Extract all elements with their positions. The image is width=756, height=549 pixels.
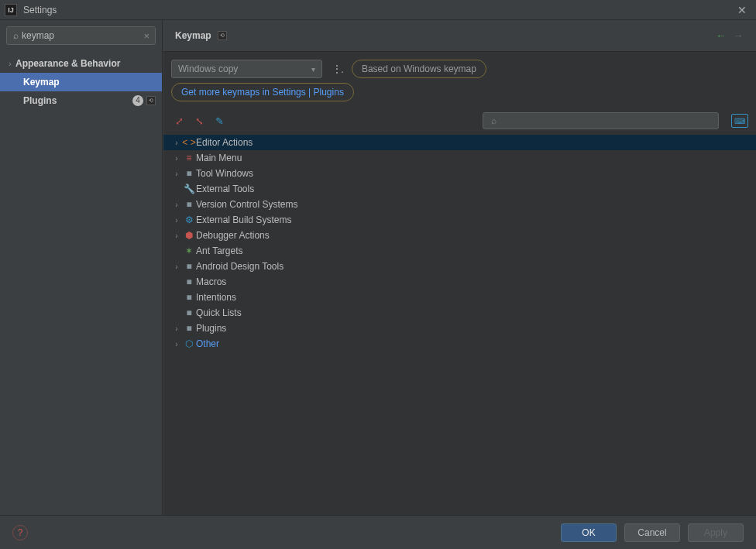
based-on-badge: Based on Windows keymap (352, 60, 486, 78)
content-pane: Keymap ⟲ ← → Windows copy ▾ ⋮. Based on … (163, 20, 756, 515)
chevron-right-icon: › (171, 216, 182, 225)
chevron-right-icon: › (171, 340, 182, 348)
sidebar-item-label: Keymap (23, 77, 156, 87)
tree-row-ant-targets[interactable]: ›✶Ant Targets (163, 243, 756, 259)
tree-row-external-tools[interactable]: ›🔧External Tools (163, 181, 756, 197)
apply-button: Apply (688, 523, 744, 542)
tree-row-label: Editor Actions (196, 137, 253, 148)
tree-row-external-build-systems[interactable]: ›⚙External Build Systems (163, 212, 756, 228)
restart-required-icon: ⟲ (218, 31, 227, 40)
bug-icon: ⬢ (182, 230, 196, 241)
restart-required-icon: ⟲ (146, 96, 156, 105)
chevron-right-icon: › (171, 154, 182, 163)
tree-row-label: Android Design Tools (196, 261, 284, 272)
close-icon[interactable]: ✕ (733, 4, 751, 16)
window-title: Settings (23, 5, 733, 15)
tree-row-label: Version Control Systems (196, 199, 297, 210)
sidebar-item-label: Appearance & Behavior (15, 58, 156, 69)
tree-row-label: Quick Lists (196, 307, 242, 318)
page-title: Keymap (175, 30, 211, 41)
count-badge: 4 (132, 95, 143, 106)
keymap-scheme-combo[interactable]: Windows copy ▾ (171, 60, 322, 78)
edit-shortcut-icon[interactable]: ✎ (211, 113, 227, 129)
sidebar-item-label: Plugins (23, 95, 132, 106)
ant-icon: ✶ (182, 245, 196, 256)
wrench-icon: 🔧 (182, 184, 196, 194)
scheme-actions-icon[interactable]: ⋮. (330, 63, 344, 75)
cancel-button[interactable]: Cancel (624, 523, 680, 542)
tree-row-android-design-tools[interactable]: ›■Android Design Tools (163, 259, 756, 274)
chevron-right-icon: › (171, 170, 182, 178)
folder-icon: ■ (182, 276, 196, 287)
tree-row-label: Plugins (196, 323, 226, 334)
tree-row-other[interactable]: ›⬡Other (163, 336, 756, 352)
sidebar-item-plugins[interactable]: Plugins4⟲ (0, 91, 162, 110)
sidebar: ⌕ × ›Appearance & BehaviorKeymapPlugins4… (0, 20, 163, 515)
tree-row-label: External Tools (196, 184, 254, 194)
tree-row-intentions[interactable]: ›■Intentions (163, 290, 756, 305)
tree-row-label: Ant Targets (196, 245, 242, 256)
settings-nav: ›Appearance & BehaviorKeymapPlugins4⟲ (0, 54, 162, 110)
app-icon: IJ (5, 4, 17, 16)
collapse-all-icon[interactable]: ⤡ (191, 113, 207, 129)
tree-row-label: Other (196, 338, 219, 349)
dialog-footer: ? OK Cancel Apply (0, 515, 756, 549)
tree-row-label: Debugger Actions (196, 230, 270, 241)
tree-row-quick-lists[interactable]: ›■Quick Lists (163, 305, 756, 321)
tree-row-label: Macros (196, 276, 226, 287)
tree-row-plugins[interactable]: ›■Plugins (163, 321, 756, 336)
menu-icon: ≡ (182, 153, 196, 163)
action-search[interactable]: ⌕ (483, 112, 719, 129)
sidebar-item-appearance-behavior[interactable]: ›Appearance & Behavior (0, 54, 162, 73)
folder-icon: ■ (182, 261, 196, 272)
settings-search-input[interactable] (22, 30, 141, 41)
folder-icon: ■ (182, 323, 196, 334)
nav-back-icon[interactable]: ← (716, 29, 727, 42)
chevron-right-icon: › (171, 262, 182, 271)
folder-icon: ■ (182, 199, 196, 210)
sidebar-item-keymap[interactable]: Keymap (0, 73, 162, 91)
tree-row-version-control-systems[interactable]: ›■Version Control Systems (163, 197, 756, 212)
chevron-right-icon: › (5, 60, 15, 68)
folder-icon: ■ (182, 292, 196, 303)
tree-row-label: Tool Windows (196, 168, 253, 179)
expand-all-icon[interactable]: ⤢ (171, 113, 187, 129)
tree-row-label: Intentions (196, 292, 236, 303)
ok-button[interactable]: OK (561, 523, 617, 542)
search-icon: ⌕ (491, 115, 497, 126)
tree-row-main-menu[interactable]: ›≡Main Menu (163, 150, 756, 166)
help-icon[interactable]: ? (12, 525, 28, 540)
chevron-down-icon: ▾ (311, 65, 315, 74)
tree-row-label: Main Menu (196, 153, 242, 163)
find-by-shortcut-icon[interactable]: ⌨ (731, 114, 748, 128)
action-search-input[interactable] (500, 115, 713, 127)
basket-icon: ⬡ (182, 338, 196, 349)
folder-icon: ■ (182, 307, 196, 318)
keymap-scheme-value: Windows copy (178, 63, 238, 74)
tree-row-editor-actions[interactable]: ›< >Editor Actions (163, 135, 756, 150)
chevron-right-icon: › (171, 201, 182, 209)
code-icon: < > (182, 137, 196, 148)
breadcrumb-bar: Keymap ⟲ ← → (163, 20, 756, 51)
get-more-keymaps-link[interactable]: Get more keymaps in Settings | Plugins (171, 83, 354, 101)
tree-row-tool-windows[interactable]: ›■Tool Windows (163, 166, 756, 181)
titlebar: IJ Settings ✕ (0, 0, 756, 20)
nav-forward-icon: → (733, 29, 744, 42)
chevron-right-icon: › (171, 139, 182, 147)
action-tree[interactable]: ›< >Editor Actions›≡Main Menu›■Tool Wind… (163, 133, 756, 515)
search-icon: ⌕ (13, 30, 19, 41)
settings-search[interactable]: ⌕ × (6, 26, 156, 45)
chevron-right-icon: › (171, 232, 182, 240)
chevron-right-icon: › (171, 324, 182, 333)
tree-row-debugger-actions[interactable]: ›⬢Debugger Actions (163, 228, 756, 243)
clear-search-icon[interactable]: × (143, 30, 149, 42)
tree-row-macros[interactable]: ›■Macros (163, 274, 756, 290)
gear-icon: ⚙ (182, 214, 196, 225)
tree-row-label: External Build Systems (196, 214, 291, 225)
folder-icon: ■ (182, 168, 196, 179)
